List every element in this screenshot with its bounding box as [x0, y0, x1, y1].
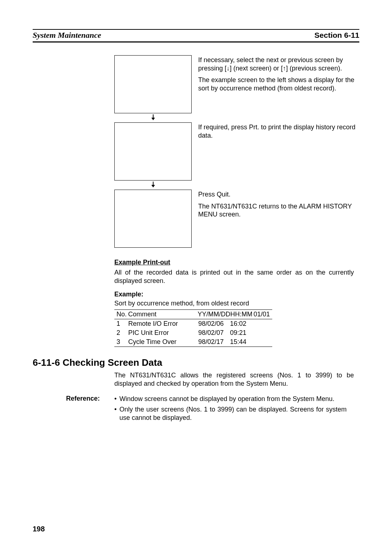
reference-label: Reference:	[33, 395, 114, 402]
td-date: 98/02/06	[198, 320, 230, 328]
header-right: Section 6-11	[314, 31, 359, 40]
td-date: 98/02/17	[198, 338, 230, 346]
reference-text: Window screens cannot be displayed by op…	[119, 395, 347, 403]
step2-text-1: If required, press Prt. to print the dis…	[198, 123, 356, 139]
td-comment: Cycle Time Over	[128, 338, 198, 346]
th-time: HH:MM	[230, 311, 254, 318]
down-arrow-icon	[114, 181, 192, 190]
header-left: System Maintenance	[33, 31, 101, 40]
down-arrow-icon	[114, 113, 192, 122]
reference-text: Only the user screens (Nos. 1 to 3999) c…	[119, 405, 347, 422]
reference-item: • Window screens cannot be displayed by …	[114, 395, 347, 403]
flow-step-1: If necessary, select the next or previou…	[114, 55, 359, 113]
section-6-11-6-body: The NT631/NT631C allows the registered s…	[114, 371, 354, 388]
screen-placeholder	[114, 55, 192, 113]
step3-description: Press Quit. The NT631/NT631C returns to …	[198, 190, 356, 222]
td-no: 1	[117, 320, 128, 328]
page-number: 198	[33, 525, 45, 533]
example-printout-heading: Example Print-out	[114, 259, 359, 266]
bullet-icon: •	[114, 395, 119, 403]
step3-text-2: The NT631/NT631C returns to the ALARM HI…	[198, 202, 356, 219]
flow-section: If necessary, select the next or previou…	[114, 55, 359, 248]
screen-placeholder	[114, 122, 192, 181]
flow-step-3: Press Quit. The NT631/NT631C returns to …	[114, 190, 359, 248]
th-comment: Comment	[128, 311, 198, 318]
td-no: 3	[117, 338, 128, 346]
section-6-11-6-heading: 6-11-6 Checking Screen Data	[33, 357, 359, 368]
step3-text-1: Press Quit.	[198, 190, 356, 199]
td-time: 16:02	[230, 320, 253, 328]
step2-description: If required, press Prt. to print the dis…	[198, 122, 356, 143]
td-no: 2	[117, 329, 128, 337]
td-page	[253, 338, 270, 346]
step1-text-1: If necessary, select the next or previou…	[198, 56, 356, 72]
reference-block: Reference: • Window screens cannot be di…	[33, 395, 359, 425]
table-row: 3 Cycle Time Over 98/02/17 15:44	[114, 337, 272, 347]
example-printout-body: All of the recorded data is printed out …	[114, 268, 354, 285]
table-row: 1 Remote I/O Error 98/02/06 16:02	[114, 319, 272, 328]
th-date: YY/MM/DD	[198, 311, 230, 318]
main-content: If necessary, select the next or previou…	[33, 55, 359, 425]
example-label: Example:	[114, 291, 359, 298]
td-time: 15:44	[230, 338, 253, 346]
example-caption: Sort by occurrence method, from oldest r…	[114, 300, 359, 307]
flow-step-2: If required, press Prt. to print the dis…	[114, 122, 359, 181]
example-table: No. Comment YY/MM/DD HH:MM 01/01 1 Remot…	[114, 309, 272, 347]
td-comment: Remote I/O Error	[128, 320, 198, 328]
table-row: 2 PIC Unit Error 98/02/07 09:21	[114, 328, 272, 337]
screen-placeholder	[114, 190, 192, 248]
reference-items: • Window screens cannot be displayed by …	[114, 395, 347, 425]
td-page	[253, 329, 270, 337]
table-header-row: No. Comment YY/MM/DD HH:MM 01/01	[114, 310, 272, 319]
td-comment: PIC Unit Error	[128, 329, 198, 337]
td-date: 98/02/07	[198, 329, 230, 337]
td-time: 09:21	[230, 329, 253, 337]
td-page	[253, 320, 270, 328]
reference-item: • Only the user screens (Nos. 1 to 3999)…	[114, 405, 347, 422]
th-no: No.	[117, 311, 128, 318]
page-header: System Maintenance Section 6-11	[33, 29, 359, 42]
step1-description: If necessary, select the next or previou…	[198, 55, 356, 96]
th-page: 01/01	[253, 311, 270, 318]
bullet-icon: •	[114, 405, 119, 422]
step1-text-2: The example screen to the left shows a d…	[198, 76, 356, 92]
